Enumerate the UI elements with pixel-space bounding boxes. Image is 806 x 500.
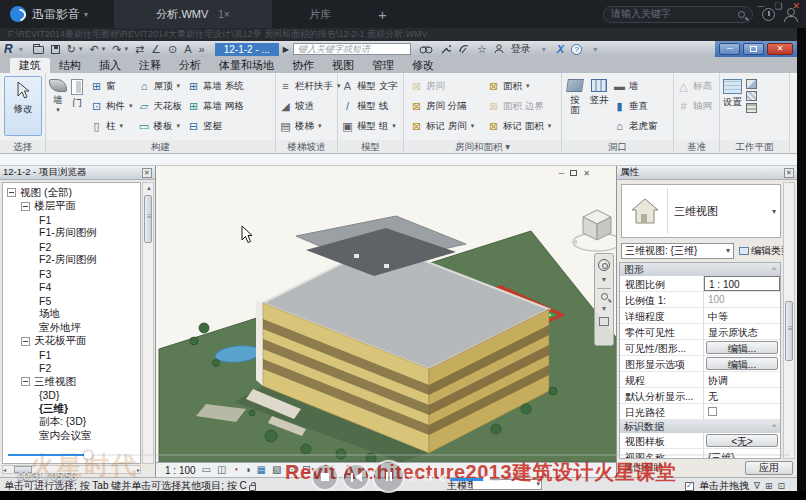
shaft-button[interactable]: 竖井 (588, 75, 610, 139)
undo-icon[interactable]: ↶ (89, 44, 98, 55)
ribbon-item[interactable]: ⊠标记 房间 (410, 116, 482, 136)
editable-only-icon[interactable]: ⊡ (777, 481, 785, 491)
tree-item[interactable]: 楼层平面 (3, 200, 140, 214)
ribbon-item[interactable]: ⊠面积 (487, 76, 559, 96)
brand-caret-icon[interactable]: ▾ (84, 10, 88, 19)
player-tab-library[interactable]: 片库 (272, 0, 368, 28)
seek-bar[interactable] (8, 454, 790, 456)
new-tab-button[interactable]: + (378, 6, 387, 23)
close-icon[interactable]: ✕ (784, 168, 794, 178)
ribbon-tab[interactable]: 注释 (130, 58, 170, 73)
ribbon-tab[interactable]: 协作 (283, 58, 323, 73)
select-elements-icon[interactable]: ⊞ (765, 481, 773, 491)
tree-item[interactable]: 室内会议室 (3, 429, 140, 443)
measure-icon[interactable]: ∠ (151, 44, 161, 55)
collapse-icon[interactable] (7, 188, 16, 197)
tree-item[interactable]: 副本: {3D} (3, 416, 140, 430)
more-tools-icon[interactable]: » (199, 44, 205, 55)
ribbon-item[interactable]: ▯柱 (90, 116, 133, 136)
player-search-input[interactable]: 请输入关键字 (603, 6, 753, 23)
sync-icon[interactable]: ↻ (67, 44, 76, 55)
tree-item[interactable]: 场地 (3, 308, 140, 322)
tree-item[interactable]: {3D} (3, 389, 140, 403)
ribbon-item[interactable]: #轴网 (677, 96, 717, 116)
close-icon[interactable]: ✕ (142, 168, 152, 178)
ribbon-item[interactable]: ▣模型 组 (341, 116, 401, 136)
collapse-icon[interactable] (21, 377, 30, 386)
tag-icon[interactable]: ⊙ (168, 44, 177, 55)
tree-item[interactable]: F2-房间图例 (3, 254, 140, 268)
stop-button[interactable] (311, 463, 339, 491)
search-binoculars-icon[interactable] (419, 45, 433, 54)
redo-icon[interactable]: ↷ (112, 44, 121, 55)
ribbon-tab[interactable]: 建筑 (10, 58, 50, 73)
modify-button[interactable]: 修改 (4, 76, 42, 136)
workplane-viewer-icon[interactable] (746, 103, 757, 113)
ribbon-item[interactable]: ⌂屋顶 (138, 76, 183, 96)
ribbon-item[interactable]: ⊠房间 (410, 76, 482, 96)
tree-item[interactable]: F1-房间图例 (3, 227, 140, 241)
ribbon-tab[interactable]: 插入 (90, 58, 130, 73)
revit-logo-icon[interactable]: R (4, 42, 13, 56)
maximize-button[interactable]: ❏ (774, 1, 782, 11)
ribbon-tab[interactable]: 管理 (363, 58, 403, 73)
ribbon-tab[interactable]: 视图 (323, 58, 363, 73)
ribbon-item[interactable]: ▱天花板 (138, 96, 183, 116)
infocenter-search-input[interactable]: 键入关键字或短语 (293, 43, 411, 55)
zoom-icon[interactable] (601, 293, 608, 300)
ribbon-item[interactable]: A模型 文字 (341, 76, 401, 96)
filter-icon[interactable]: ∇ (754, 481, 760, 491)
volume-slider[interactable] (450, 478, 500, 481)
view-scale[interactable]: 1 : 100 (165, 465, 196, 476)
minimize-button[interactable]: ─ (758, 1, 764, 11)
collapse-icon[interactable] (21, 337, 30, 346)
ribbon-tab[interactable]: 修改 (403, 58, 443, 73)
volume-icon[interactable] (438, 474, 444, 482)
navbar-caret-icon[interactable]: ▾ (602, 275, 606, 284)
playlist-icon[interactable]: ▤ (408, 472, 417, 483)
show-workplane-icon[interactable] (746, 79, 757, 89)
volume-handle[interactable] (483, 476, 490, 483)
scroll-left-icon[interactable]: ◂ (3, 466, 6, 473)
wall-button[interactable]: 墙 ▾ (49, 75, 67, 139)
seek-handle[interactable] (84, 451, 92, 459)
ribbon-tab[interactable]: 体量和场地 (210, 58, 283, 73)
scroll-thumb[interactable] (144, 195, 152, 243)
signin-person-icon[interactable] (494, 44, 504, 54)
revit-close-button[interactable]: ✕ (767, 43, 793, 55)
crop-view-icon[interactable]: ▦ (257, 465, 266, 475)
ribbon-item[interactable]: /模型 线 (341, 96, 401, 116)
tree-item[interactable]: F4 (3, 281, 140, 295)
browser-vscrollbar[interactable]: ▲ (142, 182, 154, 464)
ribbon-item[interactable]: ≡栏杆扶手 (279, 76, 341, 96)
player-tab-video[interactable]: 分析.WMV 1× (114, 0, 272, 28)
text-icon[interactable]: A (184, 44, 191, 55)
ribbon-tab[interactable]: 结构 (50, 58, 90, 73)
shadows-icon[interactable]: ◑ (245, 465, 251, 475)
help-icon[interactable]: ? (571, 44, 582, 55)
revit-minimize-button[interactable]: ─ (719, 43, 740, 55)
tree-item[interactable]: F1 (3, 213, 140, 227)
open-icon[interactable] (33, 46, 44, 54)
search-icon[interactable] (738, 11, 745, 18)
tree-item[interactable]: F2 (3, 240, 140, 254)
signin-label[interactable]: 登录 (511, 42, 531, 56)
ribbon-tab[interactable]: 分析 (170, 58, 210, 73)
drawing-area[interactable]: ─ ✕ ▾ ▾ (156, 166, 616, 462)
section-graphics[interactable]: 图形 (620, 263, 780, 276)
tree-item[interactable]: 视图 (全部) (3, 186, 140, 200)
view-restore-icon[interactable] (570, 170, 577, 176)
ribbon-item[interactable]: ▮垂直 (613, 96, 658, 116)
opening-by-face-button[interactable]: 按 面 (565, 75, 585, 139)
scroll-up-icon[interactable]: ▲ (144, 183, 154, 193)
detail-level-icon[interactable]: ▭ (202, 465, 211, 475)
title-expand-icon[interactable]: ▶ (283, 45, 289, 54)
previ ous-button[interactable] (342, 463, 370, 491)
steering-wheel-icon[interactable] (598, 259, 610, 271)
view-close-icon[interactable]: ✕ (583, 169, 590, 178)
tree-item[interactable]: {三维} (3, 402, 140, 416)
ribbon-item[interactable]: △标高 (677, 76, 717, 96)
navigation-bar[interactable]: ▾ ▾ (594, 253, 614, 346)
apply-button[interactable]: 应用 (745, 461, 793, 475)
revit-restore-button[interactable] (743, 43, 764, 55)
